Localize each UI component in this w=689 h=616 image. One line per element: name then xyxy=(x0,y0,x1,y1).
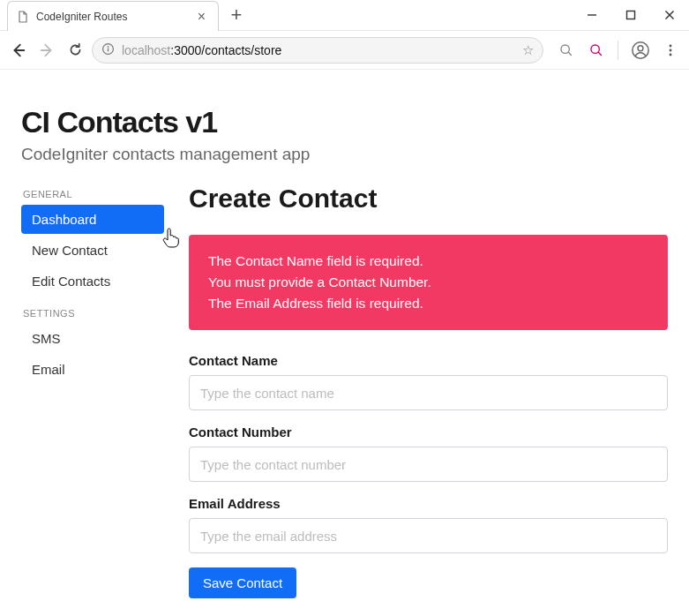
window-minimize-button[interactable] xyxy=(573,0,611,30)
profile-button[interactable] xyxy=(629,39,652,62)
site-info-icon[interactable] xyxy=(101,42,115,58)
reload-button[interactable] xyxy=(64,39,86,62)
content-area: Create Contact The Contact Name field is… xyxy=(189,184,668,598)
sidebar: GENERAL Dashboard New Contact Edit Conta… xyxy=(21,184,164,396)
toolbar-right xyxy=(549,39,682,62)
field-contact-number: Contact Number xyxy=(189,424,668,482)
page-icon xyxy=(17,11,29,23)
main-layout: GENERAL Dashboard New Contact Edit Conta… xyxy=(21,184,668,598)
browser-tab[interactable]: CodeIgniter Routes × xyxy=(7,1,219,31)
svg-point-15 xyxy=(670,44,672,47)
sidebar-item-dashboard[interactable]: Dashboard xyxy=(21,205,164,234)
label-contact-number: Contact Number xyxy=(189,424,668,439)
svg-line-12 xyxy=(598,52,601,55)
alert-line: The Contact Name field is required. xyxy=(208,251,648,272)
sidebar-item-edit-contacts[interactable]: Edit Contacts xyxy=(21,267,164,296)
window-maximize-button[interactable] xyxy=(611,0,650,30)
field-contact-name: Contact Name xyxy=(189,353,668,410)
input-email-address[interactable] xyxy=(189,518,668,553)
window-close-button[interactable] xyxy=(650,0,689,30)
app-subtitle: CodeIgniter contacts management app xyxy=(21,145,668,164)
svg-point-7 xyxy=(108,46,109,48)
app-title: CI Contacts v1 xyxy=(21,105,668,139)
svg-point-16 xyxy=(670,49,672,51)
address-bar[interactable]: localhost:3000/contacts/store ☆ xyxy=(92,37,543,64)
back-button[interactable] xyxy=(7,39,30,62)
svg-point-17 xyxy=(670,53,672,56)
sidebar-list-settings: SMS Email xyxy=(21,324,164,384)
svg-line-10 xyxy=(568,52,571,55)
validation-alert: The Contact Name field is required. You … xyxy=(189,235,668,330)
input-contact-number[interactable] xyxy=(189,447,668,482)
save-contact-button[interactable]: Save Contact xyxy=(189,567,296,598)
browser-titlebar: CodeIgniter Routes × + xyxy=(0,0,689,31)
sidebar-list-general: Dashboard New Contact Edit Contacts xyxy=(21,205,164,296)
sidebar-item-email[interactable]: Email xyxy=(21,355,164,384)
sidebar-item-sms[interactable]: SMS xyxy=(21,324,164,353)
sidebar-item-new-contact[interactable]: New Contact xyxy=(21,236,164,265)
sidebar-heading-general: GENERAL xyxy=(23,189,164,199)
browser-toolbar: localhost:3000/contacts/store ☆ xyxy=(0,31,689,70)
tab-close-button[interactable]: × xyxy=(194,8,209,26)
new-tab-button[interactable]: + xyxy=(224,0,249,30)
label-email-address: Email Address xyxy=(189,496,668,511)
url-text: localhost:3000/contacts/store xyxy=(122,43,515,57)
svg-point-14 xyxy=(638,45,643,50)
input-contact-name[interactable] xyxy=(189,375,668,410)
extension-icon-2[interactable] xyxy=(584,39,607,62)
alert-line: The Email Address field is required. xyxy=(208,293,648,314)
sidebar-heading-settings: SETTINGS xyxy=(23,308,164,319)
toolbar-divider xyxy=(618,41,618,60)
alert-line: You must provide a Contact Number. xyxy=(208,272,648,293)
page-title: Create Contact xyxy=(189,184,668,214)
extension-icon-1[interactable] xyxy=(554,39,577,62)
window-controls xyxy=(573,0,689,30)
page-viewport[interactable]: CI Contacts v1 CodeIgniter contacts mana… xyxy=(0,70,689,616)
bookmark-star-icon[interactable]: ☆ xyxy=(522,42,534,58)
label-contact-name: Contact Name xyxy=(189,353,668,368)
svg-rect-8 xyxy=(108,48,109,51)
tab-title: CodeIgniter Routes xyxy=(36,11,187,23)
page-content: CI Contacts v1 CodeIgniter contacts mana… xyxy=(0,70,689,616)
field-email-address: Email Address xyxy=(189,496,668,553)
svg-rect-1 xyxy=(627,11,635,19)
forward-button[interactable] xyxy=(35,39,58,62)
browser-menu-button[interactable] xyxy=(659,39,682,62)
